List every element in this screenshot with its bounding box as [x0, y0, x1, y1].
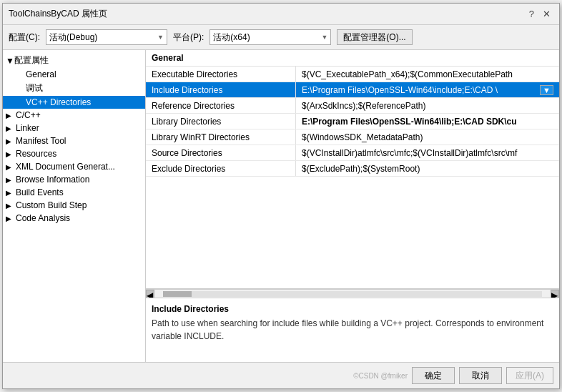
prop-value-text-6: $(ExcludePath);$(SystemRoot): [302, 164, 553, 174]
sidebar-item-linker[interactable]: ▶ Linker: [3, 122, 145, 134]
platform-dropdown[interactable]: 活动(x64) ▼: [209, 29, 331, 45]
horizontal-scrollbar[interactable]: ◀ ▶: [146, 289, 559, 298]
platform-value: 活动(x64): [213, 31, 250, 44]
sidebar-label-debug: 调试: [26, 82, 43, 94]
help-button[interactable]: ?: [526, 9, 537, 19]
sidebar-item-xml[interactable]: ▶ XML Document Generat...: [3, 160, 145, 173]
sidebar-item-custom-build[interactable]: ▶ Custom Build Step: [3, 199, 145, 212]
sidebar-label-resources: Resources: [16, 149, 56, 159]
title-buttons: ? ✕: [526, 9, 553, 19]
prop-edit-button-1[interactable]: ▼: [540, 85, 553, 95]
sidebar-label-cpp: C/C++: [16, 110, 41, 120]
prop-value-text-2: $(ArxSdkIncs);$(ReferencePath): [302, 101, 553, 111]
close-button[interactable]: ✕: [540, 9, 553, 19]
sidebar-root[interactable]: ▼ 配置属性: [3, 53, 145, 68]
sidebar: ▼ 配置属性 General 调试 VC++ Directories: [3, 50, 146, 362]
footer-note: ©CSDN @fmiker: [353, 372, 408, 380]
scroll-thumb-h[interactable]: [163, 291, 192, 297]
sidebar-item-manifest[interactable]: ▶ Manifest Tool: [3, 134, 145, 147]
prop-value-text-5: $(VCInstallDir)atlmfc\src\mfc;$(VCInstal…: [302, 148, 553, 158]
description-title: Include Directories: [152, 304, 553, 314]
table-row[interactable]: Reference Directories $(ArxSdkIncs);$(Re…: [146, 98, 559, 114]
description-text: Path to use when searching for include f…: [152, 317, 553, 343]
title-bar: ToolChainsByCAD 属性页 ? ✕: [3, 4, 559, 25]
platform-dropdown-arrow: ▼: [321, 34, 327, 41]
prop-value-3: E:\Program Files\OpenSSL-Win64\lib;E:\CA…: [296, 114, 559, 129]
prop-name-3: Library Directories: [146, 114, 296, 129]
prop-name-6: Exclude Directories: [146, 161, 296, 176]
sidebar-item-resources[interactable]: ▶ Resources: [3, 147, 145, 160]
table-row[interactable]: Library WinRT Directories $(WindowsSDK_M…: [146, 129, 559, 145]
platform-label: 平台(P):: [173, 31, 204, 44]
prop-value-text-4: $(WindowsSDK_MetadataPath): [302, 132, 553, 142]
sidebar-item-debug[interactable]: 调试: [3, 81, 145, 96]
prop-name-5: Source Directories: [146, 145, 296, 160]
sidebar-label-linker: Linker: [16, 123, 39, 133]
prop-value-5: $(VCInstallDir)atlmfc\src\mfc;$(VCInstal…: [296, 145, 559, 160]
scroll-track-h: [163, 291, 542, 297]
apply-button[interactable]: 应用(A): [506, 367, 553, 384]
properties-table: Executable Directories $(VC_ExecutablePa…: [146, 67, 559, 289]
prop-value-text-0: $(VC_ExecutablePath_x64);$(CommonExecuta…: [302, 69, 553, 79]
prop-name-4: Library WinRT Directories: [146, 129, 296, 144]
sidebar-label-general: General: [26, 69, 56, 79]
sidebar-label-xml: XML Document Generat...: [16, 162, 115, 172]
sidebar-item-build-events[interactable]: ▶ Build Events: [3, 186, 145, 199]
prop-name-2: Reference Directories: [146, 98, 296, 113]
config-dropdown[interactable]: 活动(Debug) ▼: [46, 29, 167, 45]
dialog-title: ToolChainsByCAD 属性页: [9, 8, 107, 20]
sidebar-item-general[interactable]: General: [3, 68, 145, 81]
ok-button[interactable]: 确定: [412, 367, 455, 384]
toolbar: 配置(C): 活动(Debug) ▼ 平台(P): 活动(x64) ▼ 配置管理…: [3, 25, 559, 49]
sidebar-root-label: 配置属性: [14, 54, 49, 67]
prop-value-text-1: E:\Program Files\OpenSSL-Win64\include;E…: [302, 85, 540, 95]
scroll-left-btn[interactable]: ◀: [146, 290, 154, 298]
section-title: General: [152, 53, 184, 63]
dialog: ToolChainsByCAD 属性页 ? ✕ 配置(C): 活动(Debug)…: [2, 3, 560, 389]
config-value: 活动(Debug): [49, 31, 97, 44]
sidebar-item-code-analysis[interactable]: ▶ Code Analysis: [3, 212, 145, 225]
prop-name-1: Include Directories: [146, 82, 296, 97]
table-row[interactable]: Source Directories $(VCInstallDir)atlmfc…: [146, 145, 559, 161]
root-expand-icon: ▼: [6, 56, 14, 66]
table-row[interactable]: Include Directories E:\Program Files\Ope…: [146, 82, 559, 98]
cancel-button[interactable]: 取消: [459, 367, 502, 384]
sidebar-label-code-analysis: Code Analysis: [16, 213, 70, 223]
table-row[interactable]: Exclude Directories $(ExcludePath);$(Sys…: [146, 161, 559, 177]
prop-name-0: Executable Directories: [146, 67, 296, 82]
footer: ©CSDN @fmiker 确定 取消 应用(A): [3, 362, 559, 388]
config-label: 配置(C):: [9, 31, 40, 44]
prop-value-6: $(ExcludePath);$(SystemRoot): [296, 161, 559, 176]
config-dropdown-arrow: ▼: [157, 34, 164, 41]
prop-value-2: $(ArxSdkIncs);$(ReferencePath): [296, 98, 559, 113]
prop-value-text-3: E:\Program Files\OpenSSL-Win64\lib;E:\CA…: [302, 117, 553, 127]
sidebar-label-manifest: Manifest Tool: [16, 136, 66, 146]
prop-value-4: $(WindowsSDK_MetadataPath): [296, 129, 559, 144]
sidebar-label-build-events: Build Events: [16, 187, 64, 197]
content-area: General Executable Directories $(VC_Exec…: [146, 50, 559, 362]
sidebar-item-cpp[interactable]: ▶ C/C++: [3, 109, 145, 122]
table-row[interactable]: Library Directories E:\Program Files\Ope…: [146, 114, 559, 129]
footer-note-area: ©CSDN @fmiker: [9, 372, 408, 380]
main-content: ▼ 配置属性 General 调试 VC++ Directories: [3, 49, 559, 362]
sidebar-item-browse[interactable]: ▶ Browse Information: [3, 173, 145, 186]
description-area: Include Directories Path to use when sea…: [146, 298, 559, 362]
table-row[interactable]: Executable Directories $(VC_ExecutablePa…: [146, 67, 559, 82]
config-manager-button[interactable]: 配置管理器(O)...: [337, 29, 412, 45]
sidebar-item-vc-dirs[interactable]: VC++ Directories: [3, 96, 145, 109]
footer-buttons: 确定 取消 应用(A): [412, 367, 553, 384]
prop-value-0: $(VC_ExecutablePath_x64);$(CommonExecuta…: [296, 67, 559, 82]
scroll-right-btn[interactable]: ▶: [551, 290, 559, 298]
prop-value-1: E:\Program Files\OpenSSL-Win64\include;E…: [296, 82, 559, 97]
section-header: General: [146, 50, 559, 67]
sidebar-label-vc-dirs: VC++ Directories: [26, 97, 91, 107]
sidebar-label-custom-build: Custom Build Step: [16, 200, 87, 210]
sidebar-label-browse: Browse Information: [16, 175, 89, 185]
